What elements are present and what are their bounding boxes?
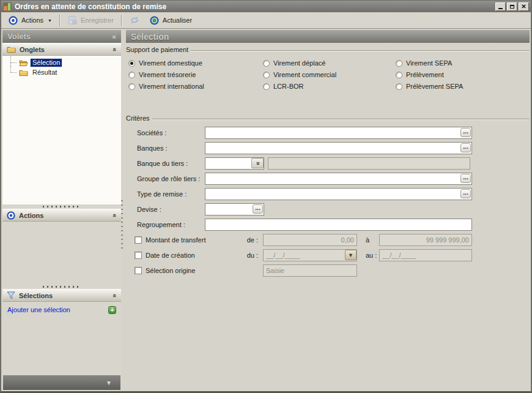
societes-row: Sociétés : ... [137, 127, 530, 139]
banques-input[interactable] [205, 142, 472, 154]
toolbar: Actions ▼ Enregistrer Actualiser [1, 12, 531, 29]
collapse-section-icon[interactable]: « [111, 213, 119, 217]
volets-title: Volets [7, 32, 112, 41]
radio-label: LCR-BOR [273, 83, 304, 90]
montant-row: Montant de transfert de : à [135, 234, 530, 246]
close-button[interactable]: ✕ [519, 2, 529, 11]
save-button[interactable]: Enregistrer [65, 15, 117, 26]
du-label: du : [232, 252, 258, 259]
double-chevron-down-icon: « [254, 161, 261, 165]
sidebar-splitter[interactable] [2, 204, 121, 209]
radio-virement-sepa[interactable]: Virement SEPA [396, 59, 530, 67]
splitter-grip-dots [43, 286, 81, 288]
origine-row: Sélection origine [135, 264, 530, 277]
minimize-icon [498, 8, 503, 9]
radio-virement-international[interactable]: Virement international [128, 82, 263, 91]
tree-item-label[interactable]: Sélection [31, 59, 62, 67]
filter-funnel-icon [7, 291, 15, 299]
societes-input[interactable] [205, 127, 472, 139]
type-remise-browse-button[interactable]: ... [460, 189, 471, 198]
radio-label: Virement international [139, 83, 204, 90]
dropdown-arrow-icon: ▼ [48, 18, 52, 23]
collapse-sidebar-icon[interactable]: « [112, 32, 116, 41]
banque-tiers-row: Banque du tiers : « [137, 157, 530, 170]
type-remise-input[interactable] [205, 188, 472, 200]
montant-checkbox[interactable] [135, 236, 142, 244]
actions-section-header[interactable]: Actions « [2, 209, 121, 222]
regroupement-row: Regroupement : [137, 219, 530, 231]
tree-item-label[interactable]: Résultat [31, 69, 59, 77]
montant-a-input [379, 234, 472, 246]
radio-icon [396, 60, 402, 67]
origine-checkbox[interactable] [135, 267, 142, 274]
date-du-dropdown-button[interactable]: ▼ [345, 250, 357, 260]
devise-browse-button[interactable]: ... [253, 204, 263, 214]
radio-icon [128, 83, 135, 90]
radio-prelevement[interactable]: Prélèvement [396, 70, 530, 79]
societes-browse-button[interactable]: ... [460, 128, 471, 137]
minimize-button[interactable] [495, 2, 506, 11]
regroupement-label: Regroupement : [137, 221, 205, 228]
radio-icon [263, 72, 270, 78]
radio-virement-tresorerie[interactable]: Virement trésorerie [128, 70, 263, 79]
date-checkbox[interactable] [135, 252, 142, 259]
groupe-role-row: Groupe de rôle tiers : ... [137, 173, 530, 185]
vertical-splitter-handle[interactable] [121, 200, 123, 249]
groupe-role-browse-button[interactable]: ... [460, 174, 471, 183]
actions-menu-button[interactable]: Actions ▼ [6, 15, 55, 26]
sidebar-filler [2, 318, 121, 375]
save-button-label: Enregistrer [81, 17, 114, 24]
support-group-title: Support de paiement [126, 46, 191, 53]
radio-virement-domestique[interactable]: Virement domestique [128, 59, 263, 67]
radio-label: Virement commercial [273, 71, 336, 78]
radio-prelevement-sepa[interactable]: Prélèvement SEPA [396, 82, 530, 91]
sidebar-splitter[interactable] [2, 285, 121, 289]
add-selection-button[interactable]: + [108, 306, 116, 314]
sync-button[interactable] [127, 15, 142, 26]
maximize-button[interactable] [507, 2, 517, 11]
body: Volets « Onglets « Sélection [1, 29, 531, 391]
chevron-down-icon: ▼ [348, 252, 353, 258]
onglets-tree: Sélection Résultat [2, 56, 121, 204]
collapse-section-icon[interactable]: « [111, 47, 119, 51]
devise-label: Devise : [137, 206, 205, 213]
support-group-label: Support de paiement [126, 46, 530, 53]
volets-header: Volets « [2, 30, 121, 43]
add-selection-link[interactable]: Ajouter une sélection [7, 306, 105, 313]
date-du-input [263, 249, 357, 261]
selection-header-title: Sélection [131, 32, 525, 42]
origine-input [263, 264, 357, 277]
toolbar-separator [121, 15, 122, 26]
banque-tiers-combo-button[interactable]: « [251, 158, 264, 168]
criteria-group-label: Critères [126, 114, 530, 122]
tree-item-resultat[interactable]: Résultat [2, 67, 121, 77]
save-document-icon [68, 16, 77, 24]
radio-virement-commercial[interactable]: Virement commercial [263, 70, 396, 79]
tree-item-selection[interactable]: Sélection [2, 58, 121, 67]
folder-icon [7, 45, 16, 53]
banques-browse-button[interactable]: ... [460, 143, 471, 152]
folder-icon [19, 69, 28, 77]
selection-header: Sélection [126, 30, 530, 43]
groupe-role-input[interactable] [205, 173, 472, 185]
refresh-button[interactable]: Actualiser [147, 15, 195, 26]
radio-label: Virement trésorerie [139, 71, 196, 78]
sidebar-bottom-bar[interactable]: ▼ [3, 375, 120, 390]
title-bar: Ordres en attente de constitution de rem… [1, 1, 531, 12]
regroupement-input[interactable] [205, 219, 472, 231]
radio-virement-deplace[interactable]: Virement déplacé [263, 59, 396, 67]
radio-icon [128, 72, 135, 78]
radio-label: Prélèvement [406, 71, 444, 78]
app-icon [3, 2, 12, 11]
radio-label: Virement SEPA [406, 59, 452, 67]
actions-title: Actions [19, 212, 109, 219]
banques-row: Banques : ... [137, 142, 530, 154]
selections-section-header[interactable]: Sélections « [2, 289, 121, 302]
collapse-section-icon[interactable]: « [111, 293, 119, 297]
support-radio-group: Virement domestique Virement déplacé Vir… [128, 59, 530, 91]
onglets-section-header[interactable]: Onglets « [2, 43, 121, 56]
radio-lcr-bor[interactable]: LCR-BOR [263, 82, 396, 91]
actions-panel-body [2, 222, 121, 285]
refresh-button-label: Actualiser [163, 17, 192, 24]
de-label: de : [232, 236, 258, 244]
